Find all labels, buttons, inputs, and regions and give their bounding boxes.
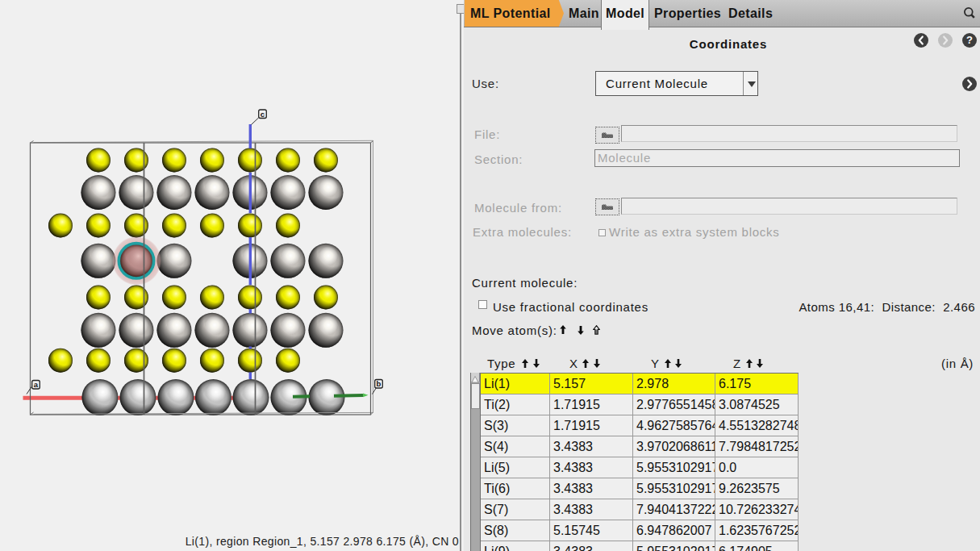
svg-text:a: a [34,380,39,389]
svg-text:c: c [261,110,265,119]
svg-text:b: b [377,379,382,388]
